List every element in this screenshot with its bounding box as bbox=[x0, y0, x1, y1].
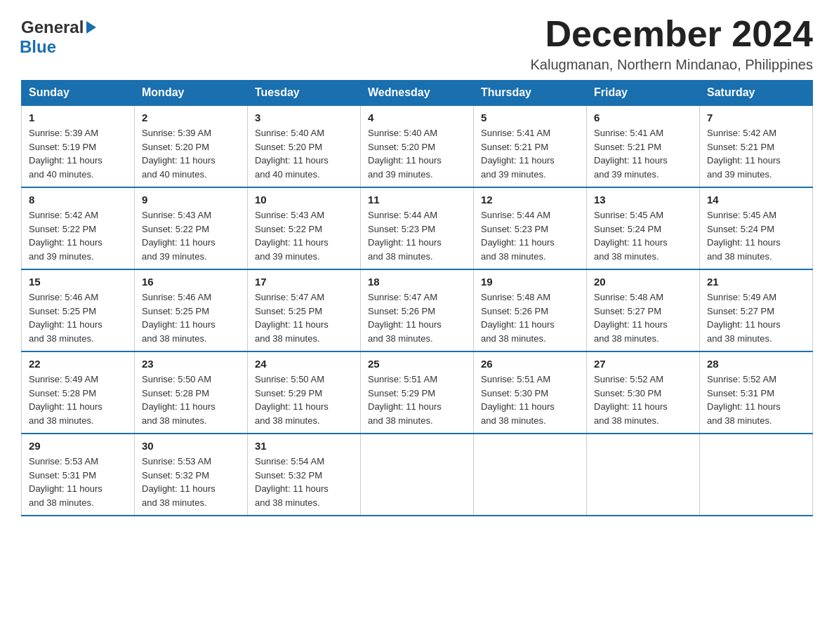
table-row: 8Sunrise: 5:42 AMSunset: 5:22 PMDaylight… bbox=[22, 187, 135, 269]
table-row: 6Sunrise: 5:41 AMSunset: 5:21 PMDaylight… bbox=[587, 105, 700, 187]
day-info: Sunrise: 5:39 AMSunset: 5:20 PMDaylight:… bbox=[142, 126, 240, 181]
day-info: Sunrise: 5:49 AMSunset: 5:28 PMDaylight:… bbox=[29, 373, 127, 427]
day-info: Sunrise: 5:40 AMSunset: 5:20 PMDaylight:… bbox=[255, 126, 353, 181]
month-title: December 2024 bbox=[531, 14, 813, 54]
table-row: 18Sunrise: 5:47 AMSunset: 5:26 PMDayligh… bbox=[361, 269, 474, 351]
header-thursday: Thursday bbox=[474, 81, 587, 106]
day-info: Sunrise: 5:44 AMSunset: 5:23 PMDaylight:… bbox=[481, 208, 579, 263]
svg-marker-0 bbox=[86, 21, 96, 34]
table-row: 22Sunrise: 5:49 AMSunset: 5:28 PMDayligh… bbox=[22, 351, 135, 434]
day-info: Sunrise: 5:43 AMSunset: 5:22 PMDaylight:… bbox=[255, 208, 353, 263]
day-number: 16 bbox=[142, 276, 240, 288]
header-friday: Friday bbox=[587, 81, 700, 106]
calendar-table: Sunday Monday Tuesday Wednesday Thursday… bbox=[21, 80, 813, 516]
header-wednesday: Wednesday bbox=[361, 81, 474, 106]
day-info: Sunrise: 5:51 AMSunset: 5:29 PMDaylight:… bbox=[368, 373, 466, 427]
day-info: Sunrise: 5:54 AMSunset: 5:32 PMDaylight:… bbox=[255, 455, 353, 509]
day-number: 31 bbox=[255, 440, 353, 452]
day-info: Sunrise: 5:47 AMSunset: 5:25 PMDaylight:… bbox=[255, 290, 353, 345]
table-row: 7Sunrise: 5:42 AMSunset: 5:21 PMDaylight… bbox=[700, 105, 813, 187]
day-number: 29 bbox=[29, 440, 127, 452]
day-info: Sunrise: 5:47 AMSunset: 5:26 PMDaylight:… bbox=[368, 290, 466, 345]
table-row: 27Sunrise: 5:52 AMSunset: 5:30 PMDayligh… bbox=[587, 351, 700, 434]
table-row: 9Sunrise: 5:43 AMSunset: 5:22 PMDaylight… bbox=[135, 187, 248, 269]
day-number: 3 bbox=[255, 112, 353, 123]
day-number: 25 bbox=[368, 358, 466, 370]
day-info: Sunrise: 5:41 AMSunset: 5:21 PMDaylight:… bbox=[481, 126, 579, 181]
day-number: 19 bbox=[481, 276, 579, 288]
day-number: 11 bbox=[368, 194, 466, 206]
table-row: 3Sunrise: 5:40 AMSunset: 5:20 PMDaylight… bbox=[248, 105, 361, 187]
table-row: 28Sunrise: 5:52 AMSunset: 5:31 PMDayligh… bbox=[700, 351, 813, 434]
table-row bbox=[587, 434, 700, 516]
day-number: 4 bbox=[368, 112, 466, 123]
title-section: December 2024 Kalugmanan, Northern Minda… bbox=[531, 14, 813, 73]
table-row: 19Sunrise: 5:48 AMSunset: 5:26 PMDayligh… bbox=[474, 269, 587, 351]
logo-general-text: General bbox=[21, 18, 84, 37]
logo-blue-text: Blue bbox=[20, 37, 56, 56]
page-header: General Blue December 2024 Kalugmanan, N… bbox=[21, 14, 813, 73]
header-monday: Monday bbox=[135, 81, 248, 106]
table-row: 15Sunrise: 5:46 AMSunset: 5:25 PMDayligh… bbox=[22, 269, 135, 351]
day-number: 26 bbox=[481, 358, 579, 370]
table-row: 24Sunrise: 5:50 AMSunset: 5:29 PMDayligh… bbox=[248, 351, 361, 434]
day-info: Sunrise: 5:50 AMSunset: 5:28 PMDaylight:… bbox=[142, 373, 240, 427]
calendar-week-row: 8Sunrise: 5:42 AMSunset: 5:22 PMDaylight… bbox=[22, 187, 813, 269]
day-info: Sunrise: 5:46 AMSunset: 5:25 PMDaylight:… bbox=[29, 290, 127, 345]
table-row: 5Sunrise: 5:41 AMSunset: 5:21 PMDaylight… bbox=[474, 105, 587, 187]
day-info: Sunrise: 5:41 AMSunset: 5:21 PMDaylight:… bbox=[594, 126, 692, 181]
day-info: Sunrise: 5:45 AMSunset: 5:24 PMDaylight:… bbox=[594, 208, 692, 263]
day-number: 15 bbox=[29, 276, 127, 288]
day-info: Sunrise: 5:53 AMSunset: 5:32 PMDaylight:… bbox=[142, 455, 240, 509]
table-row: 10Sunrise: 5:43 AMSunset: 5:22 PMDayligh… bbox=[248, 187, 361, 269]
day-number: 20 bbox=[594, 276, 692, 288]
table-row: 30Sunrise: 5:53 AMSunset: 5:32 PMDayligh… bbox=[135, 434, 248, 516]
day-info: Sunrise: 5:48 AMSunset: 5:26 PMDaylight:… bbox=[481, 290, 579, 345]
table-row: 25Sunrise: 5:51 AMSunset: 5:29 PMDayligh… bbox=[361, 351, 474, 434]
day-info: Sunrise: 5:43 AMSunset: 5:22 PMDaylight:… bbox=[142, 208, 240, 263]
table-row: 17Sunrise: 5:47 AMSunset: 5:25 PMDayligh… bbox=[248, 269, 361, 351]
day-number: 17 bbox=[255, 276, 353, 288]
day-number: 14 bbox=[707, 194, 805, 206]
logo: General Blue bbox=[21, 14, 98, 57]
table-row: 31Sunrise: 5:54 AMSunset: 5:32 PMDayligh… bbox=[248, 434, 361, 516]
table-row: 2Sunrise: 5:39 AMSunset: 5:20 PMDaylight… bbox=[135, 105, 248, 187]
header-saturday: Saturday bbox=[700, 81, 813, 106]
calendar-week-row: 29Sunrise: 5:53 AMSunset: 5:31 PMDayligh… bbox=[22, 434, 813, 516]
day-number: 24 bbox=[255, 358, 353, 370]
table-row: 20Sunrise: 5:48 AMSunset: 5:27 PMDayligh… bbox=[587, 269, 700, 351]
header-tuesday: Tuesday bbox=[248, 81, 361, 106]
day-number: 27 bbox=[594, 358, 692, 370]
table-row: 14Sunrise: 5:45 AMSunset: 5:24 PMDayligh… bbox=[700, 187, 813, 269]
day-number: 10 bbox=[255, 194, 353, 206]
table-row: 16Sunrise: 5:46 AMSunset: 5:25 PMDayligh… bbox=[135, 269, 248, 351]
day-number: 7 bbox=[707, 112, 805, 123]
day-info: Sunrise: 5:44 AMSunset: 5:23 PMDaylight:… bbox=[368, 208, 466, 263]
table-row: 13Sunrise: 5:45 AMSunset: 5:24 PMDayligh… bbox=[587, 187, 700, 269]
table-row bbox=[474, 434, 587, 516]
table-row: 23Sunrise: 5:50 AMSunset: 5:28 PMDayligh… bbox=[135, 351, 248, 434]
day-info: Sunrise: 5:42 AMSunset: 5:22 PMDaylight:… bbox=[29, 208, 127, 263]
table-row: 29Sunrise: 5:53 AMSunset: 5:31 PMDayligh… bbox=[22, 434, 135, 516]
day-number: 2 bbox=[142, 112, 240, 123]
day-info: Sunrise: 5:50 AMSunset: 5:29 PMDaylight:… bbox=[255, 373, 353, 427]
day-number: 6 bbox=[594, 112, 692, 123]
day-number: 23 bbox=[142, 358, 240, 370]
table-row: 1Sunrise: 5:39 AMSunset: 5:19 PMDaylight… bbox=[22, 105, 135, 187]
day-info: Sunrise: 5:42 AMSunset: 5:21 PMDaylight:… bbox=[707, 126, 805, 181]
header-sunday: Sunday bbox=[22, 81, 135, 106]
day-number: 12 bbox=[481, 194, 579, 206]
table-row bbox=[700, 434, 813, 516]
logo-triangle-icon bbox=[85, 20, 98, 35]
day-number: 28 bbox=[707, 358, 805, 370]
day-info: Sunrise: 5:45 AMSunset: 5:24 PMDaylight:… bbox=[707, 208, 805, 263]
table-row: 4Sunrise: 5:40 AMSunset: 5:20 PMDaylight… bbox=[361, 105, 474, 187]
day-info: Sunrise: 5:51 AMSunset: 5:30 PMDaylight:… bbox=[481, 373, 579, 427]
day-info: Sunrise: 5:40 AMSunset: 5:20 PMDaylight:… bbox=[368, 126, 466, 181]
day-number: 1 bbox=[29, 112, 127, 123]
table-row bbox=[361, 434, 474, 516]
calendar-week-row: 15Sunrise: 5:46 AMSunset: 5:25 PMDayligh… bbox=[22, 269, 813, 351]
day-info: Sunrise: 5:52 AMSunset: 5:30 PMDaylight:… bbox=[594, 373, 692, 427]
day-number: 13 bbox=[594, 194, 692, 206]
day-number: 21 bbox=[707, 276, 805, 288]
